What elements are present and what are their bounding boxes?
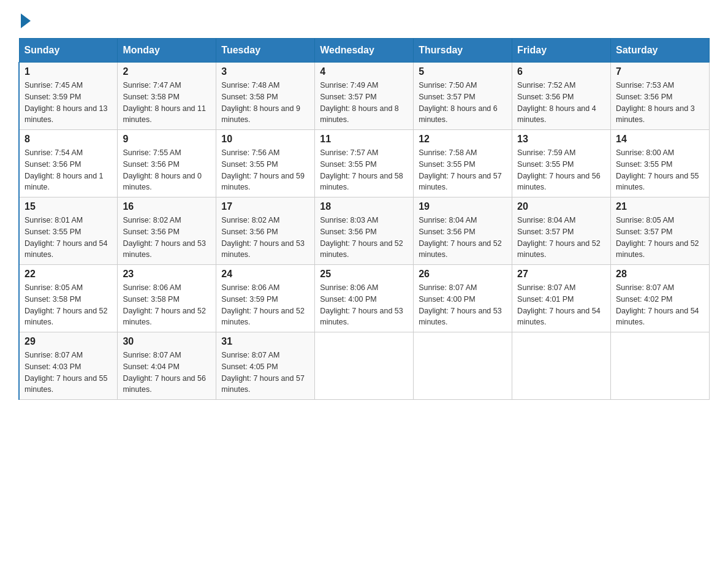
day-number: 29 — [25, 336, 112, 347]
calendar-cell: 3Sunrise: 7:48 AMSunset: 3:58 PMDaylight… — [216, 63, 315, 130]
calendar-cell: 28Sunrise: 8:07 AMSunset: 4:02 PMDayligh… — [611, 265, 710, 332]
calendar-cell: 22Sunrise: 8:05 AMSunset: 3:58 PMDayligh… — [19, 265, 118, 332]
calendar-cell: 16Sunrise: 8:02 AMSunset: 3:56 PMDayligh… — [118, 197, 216, 265]
calendar-cell: 4Sunrise: 7:49 AMSunset: 3:57 PMDaylight… — [315, 63, 414, 130]
day-info: Sunrise: 7:47 AMSunset: 3:58 PMDaylight:… — [123, 80, 211, 126]
column-header-friday: Friday — [512, 39, 611, 63]
day-info: Sunrise: 8:06 AMSunset: 4:00 PMDaylight:… — [320, 282, 408, 328]
logo — [18, 12, 31, 26]
day-number: 13 — [517, 134, 605, 145]
day-number: 2 — [123, 66, 211, 77]
calendar-week-row: 8Sunrise: 7:54 AMSunset: 3:56 PMDaylight… — [19, 130, 710, 197]
day-info: Sunrise: 8:02 AMSunset: 3:56 PMDaylight:… — [221, 215, 309, 261]
calendar-cell: 30Sunrise: 8:07 AMSunset: 4:04 PMDayligh… — [118, 332, 216, 400]
day-number: 24 — [221, 269, 309, 280]
day-number: 26 — [419, 269, 507, 280]
day-number: 30 — [123, 336, 211, 347]
day-info: Sunrise: 7:48 AMSunset: 3:58 PMDaylight:… — [221, 80, 309, 126]
calendar-cell: 14Sunrise: 8:00 AMSunset: 3:55 PMDayligh… — [611, 130, 710, 197]
column-header-wednesday: Wednesday — [315, 39, 414, 63]
day-info: Sunrise: 8:04 AMSunset: 3:57 PMDaylight:… — [517, 215, 605, 261]
calendar-cell: 21Sunrise: 8:05 AMSunset: 3:57 PMDayligh… — [611, 197, 710, 265]
day-info: Sunrise: 8:07 AMSunset: 4:05 PMDaylight:… — [221, 350, 309, 396]
day-number: 10 — [221, 134, 309, 145]
day-info: Sunrise: 8:07 AMSunset: 4:00 PMDaylight:… — [419, 282, 507, 328]
day-info: Sunrise: 7:54 AMSunset: 3:56 PMDaylight:… — [25, 147, 112, 193]
calendar-cell: 20Sunrise: 8:04 AMSunset: 3:57 PMDayligh… — [512, 197, 611, 265]
day-info: Sunrise: 7:52 AMSunset: 3:56 PMDaylight:… — [517, 80, 605, 126]
calendar-cell: 5Sunrise: 7:50 AMSunset: 3:57 PMDaylight… — [414, 63, 512, 130]
day-info: Sunrise: 8:07 AMSunset: 4:03 PMDaylight:… — [25, 350, 112, 396]
day-info: Sunrise: 7:50 AMSunset: 3:57 PMDaylight:… — [419, 80, 507, 126]
logo-arrow-icon — [21, 13, 31, 28]
calendar-cell: 31Sunrise: 8:07 AMSunset: 4:05 PMDayligh… — [216, 332, 315, 400]
calendar-cell — [611, 332, 710, 400]
day-info: Sunrise: 7:45 AMSunset: 3:59 PMDaylight:… — [25, 80, 112, 126]
calendar-cell: 25Sunrise: 8:06 AMSunset: 4:00 PMDayligh… — [315, 265, 414, 332]
calendar-cell: 26Sunrise: 8:07 AMSunset: 4:00 PMDayligh… — [414, 265, 512, 332]
day-info: Sunrise: 8:07 AMSunset: 4:02 PMDaylight:… — [616, 282, 704, 328]
day-number: 8 — [25, 134, 112, 145]
day-number: 14 — [616, 134, 704, 145]
day-number: 16 — [123, 201, 211, 212]
day-info: Sunrise: 7:49 AMSunset: 3:57 PMDaylight:… — [320, 80, 408, 126]
calendar-cell: 17Sunrise: 8:02 AMSunset: 3:56 PMDayligh… — [216, 197, 315, 265]
calendar-cell: 29Sunrise: 8:07 AMSunset: 4:03 PMDayligh… — [19, 332, 118, 400]
column-header-monday: Monday — [118, 39, 216, 63]
day-info: Sunrise: 8:06 AMSunset: 3:58 PMDaylight:… — [123, 282, 211, 328]
calendar-cell: 23Sunrise: 8:06 AMSunset: 3:58 PMDayligh… — [118, 265, 216, 332]
calendar-week-row: 1Sunrise: 7:45 AMSunset: 3:59 PMDaylight… — [19, 63, 710, 130]
day-number: 31 — [221, 336, 309, 347]
day-number: 12 — [419, 134, 507, 145]
day-number: 19 — [419, 201, 507, 212]
calendar-table: SundayMondayTuesdayWednesdayThursdayFrid… — [18, 38, 710, 400]
day-number: 17 — [221, 201, 309, 212]
day-number: 5 — [419, 66, 507, 77]
day-number: 11 — [320, 134, 408, 145]
calendar-cell — [414, 332, 512, 400]
calendar-cell: 11Sunrise: 7:57 AMSunset: 3:55 PMDayligh… — [315, 130, 414, 197]
calendar-cell: 12Sunrise: 7:58 AMSunset: 3:55 PMDayligh… — [414, 130, 512, 197]
calendar-cell: 8Sunrise: 7:54 AMSunset: 3:56 PMDaylight… — [19, 130, 118, 197]
day-info: Sunrise: 8:04 AMSunset: 3:56 PMDaylight:… — [419, 215, 507, 261]
day-info: Sunrise: 8:01 AMSunset: 3:55 PMDaylight:… — [25, 215, 112, 261]
day-number: 25 — [320, 269, 408, 280]
day-number: 9 — [123, 134, 211, 145]
day-number: 7 — [616, 66, 704, 77]
day-info: Sunrise: 7:57 AMSunset: 3:55 PMDaylight:… — [320, 147, 408, 193]
calendar-cell: 9Sunrise: 7:55 AMSunset: 3:56 PMDaylight… — [118, 130, 216, 197]
calendar-cell: 15Sunrise: 8:01 AMSunset: 3:55 PMDayligh… — [19, 197, 118, 265]
day-info: Sunrise: 7:55 AMSunset: 3:56 PMDaylight:… — [123, 147, 211, 193]
calendar-cell: 24Sunrise: 8:06 AMSunset: 3:59 PMDayligh… — [216, 265, 315, 332]
calendar-cell: 10Sunrise: 7:56 AMSunset: 3:55 PMDayligh… — [216, 130, 315, 197]
day-number: 3 — [221, 66, 309, 77]
column-header-sunday: Sunday — [19, 39, 118, 63]
calendar-cell: 27Sunrise: 8:07 AMSunset: 4:01 PMDayligh… — [512, 265, 611, 332]
day-info: Sunrise: 8:07 AMSunset: 4:01 PMDaylight:… — [517, 282, 605, 328]
calendar-cell: 18Sunrise: 8:03 AMSunset: 3:56 PMDayligh… — [315, 197, 414, 265]
calendar-cell — [315, 332, 414, 400]
day-number: 23 — [123, 269, 211, 280]
column-header-saturday: Saturday — [611, 39, 710, 63]
day-info: Sunrise: 8:05 AMSunset: 3:57 PMDaylight:… — [616, 215, 704, 261]
calendar-week-row: 15Sunrise: 8:01 AMSunset: 3:55 PMDayligh… — [19, 197, 710, 265]
day-info: Sunrise: 7:58 AMSunset: 3:55 PMDaylight:… — [419, 147, 507, 193]
day-info: Sunrise: 7:56 AMSunset: 3:55 PMDaylight:… — [221, 147, 309, 193]
day-number: 15 — [25, 201, 112, 212]
day-number: 22 — [25, 269, 112, 280]
day-info: Sunrise: 7:59 AMSunset: 3:55 PMDaylight:… — [517, 147, 605, 193]
day-number: 1 — [25, 66, 112, 77]
calendar-cell: 13Sunrise: 7:59 AMSunset: 3:55 PMDayligh… — [512, 130, 611, 197]
day-number: 18 — [320, 201, 408, 212]
day-number: 28 — [616, 269, 704, 280]
calendar-cell: 2Sunrise: 7:47 AMSunset: 3:58 PMDaylight… — [118, 63, 216, 130]
day-info: Sunrise: 8:07 AMSunset: 4:04 PMDaylight:… — [123, 350, 211, 396]
day-number: 20 — [517, 201, 605, 212]
calendar-week-row: 29Sunrise: 8:07 AMSunset: 4:03 PMDayligh… — [19, 332, 710, 400]
day-number: 4 — [320, 66, 408, 77]
day-info: Sunrise: 8:05 AMSunset: 3:58 PMDaylight:… — [25, 282, 112, 328]
calendar-week-row: 22Sunrise: 8:05 AMSunset: 3:58 PMDayligh… — [19, 265, 710, 332]
calendar-cell: 19Sunrise: 8:04 AMSunset: 3:56 PMDayligh… — [414, 197, 512, 265]
day-info: Sunrise: 8:00 AMSunset: 3:55 PMDaylight:… — [616, 147, 704, 193]
calendar-cell: 6Sunrise: 7:52 AMSunset: 3:56 PMDaylight… — [512, 63, 611, 130]
